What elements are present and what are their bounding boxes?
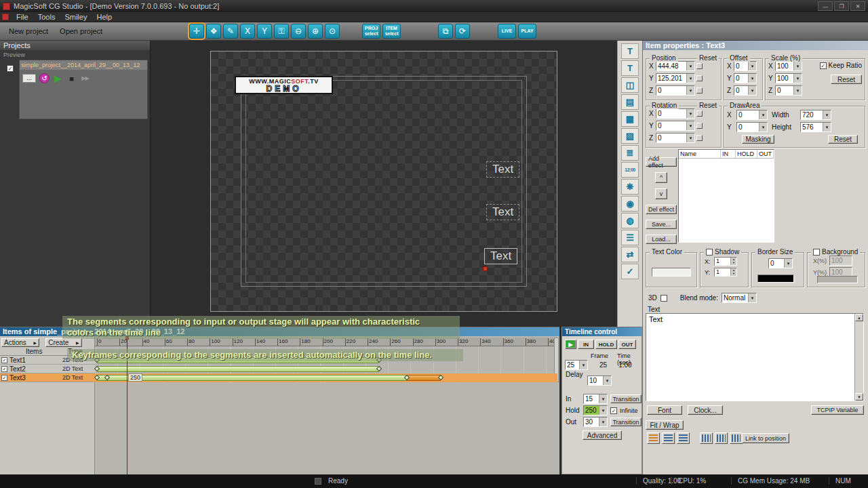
globe-tool-icon[interactable]: ◍	[621, 213, 639, 228]
row-checkbox[interactable]: ✓	[1, 357, 7, 363]
effect-up-button[interactable]: ^	[655, 172, 667, 183]
row-checkbox[interactable]: ✓	[1, 375, 7, 381]
rotation-reset-label[interactable]: Reset	[697, 102, 719, 109]
rotation-y-reset-button[interactable]	[696, 123, 703, 129]
delay-combo[interactable]: 10▼	[587, 375, 612, 386]
chevron-down-icon[interactable]: ▼	[823, 110, 831, 119]
rotation-x-reset-button[interactable]	[696, 110, 703, 117]
lock-icon[interactable]: ⚿	[274, 24, 289, 39]
text-color-swatch[interactable]	[652, 268, 691, 277]
chevron-down-icon[interactable]: ▼	[759, 123, 767, 131]
in-stage-button[interactable]: IN	[578, 340, 594, 349]
shadow-x-spinner[interactable]: 1▲▼	[714, 257, 737, 266]
offset-y-combo[interactable]: 0▼	[734, 73, 757, 83]
play-button[interactable]: PLAY	[518, 24, 536, 39]
zoom-in-icon[interactable]: ⊕	[308, 24, 323, 39]
zoom-out-icon[interactable]: ⊖	[291, 24, 306, 39]
selection-handle[interactable]	[483, 266, 488, 271]
effects-table[interactable]: NameINHOLDOUT	[678, 149, 774, 243]
picture-tool-icon[interactable]: ▨	[621, 128, 639, 144]
border-color-swatch[interactable]	[757, 274, 794, 283]
gear-tool-icon[interactable]: ❋	[621, 179, 639, 195]
blend-mode-combo[interactable]: Normal▼	[722, 293, 757, 303]
valign-middle-icon[interactable]	[715, 432, 728, 444]
text-effect-tool-icon[interactable]: T	[621, 60, 639, 76]
timeline-row-text2[interactable]: ✓Text22D Text	[0, 365, 95, 373]
link-to-position-button[interactable]: Link to position	[742, 433, 789, 443]
fps-combo[interactable]: 25▼	[565, 360, 588, 370]
chevron-down-icon[interactable]: ▼	[793, 86, 802, 95]
timeline-row-text3[interactable]: ✓Text32D Text	[0, 373, 95, 382]
image-tool-icon[interactable]: ▤	[621, 94, 639, 110]
halign-left-icon[interactable]	[647, 432, 660, 444]
3d-checkbox[interactable]	[660, 295, 667, 302]
scale-reset-button[interactable]: Reset	[831, 75, 862, 84]
y-axis-toggle[interactable]: Y	[257, 24, 272, 39]
project-thumbnail[interactable]: simple_project__2014_april_29__00_13_12 …	[19, 60, 148, 119]
chevron-down-icon[interactable]: ▼	[599, 406, 607, 415]
drawarea-y-combo[interactable]: 0▼	[736, 122, 768, 132]
position-reset-label[interactable]: Reset	[697, 54, 719, 62]
canvas-area[interactable]: WWW.MAGICSOFT.TV DEMO Text Text Text	[151, 41, 617, 327]
hold-frames-combo[interactable]: 250▼	[583, 405, 608, 415]
zoom-reset-icon[interactable]: ⊙	[325, 24, 340, 39]
background-checkbox[interactable]	[813, 249, 820, 256]
load-effect-button[interactable]: Load...	[646, 235, 677, 244]
position-x-reset-button[interactable]	[696, 63, 703, 69]
project-more-button[interactable]: ...	[22, 74, 36, 83]
check-tool-icon[interactable]: ✓	[621, 264, 639, 279]
text-content-editor[interactable]: Text ▲ ▼	[646, 313, 864, 401]
chevron-down-icon[interactable]: ▼	[686, 121, 694, 130]
position-x-combo[interactable]: 444.48▼	[656, 61, 695, 71]
valign-top-icon[interactable]	[700, 432, 713, 444]
clock-button[interactable]: Clock...	[688, 405, 723, 415]
canvas-text-item-1[interactable]: Text	[486, 161, 519, 178]
masking-button[interactable]: Masking	[742, 135, 774, 144]
halign-center-icon[interactable]	[662, 432, 675, 444]
chevron-down-icon[interactable]: ▼	[823, 123, 831, 131]
chevron-down-icon[interactable]: ▼	[599, 418, 607, 426]
offset-z-combo[interactable]: 0▼	[734, 85, 757, 96]
menu-item-tools[interactable]: Tools	[33, 12, 60, 22]
play-icon[interactable]: ▶	[53, 73, 63, 83]
rotation-y-combo[interactable]: 0▼	[656, 121, 695, 131]
output-monitor-icon[interactable]: ⧉	[438, 24, 453, 39]
timeline-segment-hold[interactable]	[97, 366, 379, 372]
minimize-button[interactable]: —	[818, 1, 833, 11]
actions-menu-button[interactable]: Actions ▶	[1, 338, 39, 347]
timeline-segment-hold[interactable]	[97, 375, 407, 381]
drawarea-x-combo[interactable]: 0▼	[736, 110, 768, 120]
move-tool-icon[interactable]: ✛	[189, 24, 204, 39]
canvas-text-item-3-selected[interactable]: Text	[484, 248, 517, 264]
shadow-y-spinner[interactable]: 1▲▼	[714, 268, 737, 277]
in-transition-button[interactable]: Transition	[610, 394, 642, 403]
background-color-swatch[interactable]	[817, 276, 858, 283]
chevron-down-icon[interactable]: ▼	[579, 361, 587, 369]
add-effect-button[interactable]: Add effect	[646, 157, 677, 167]
chevron-down-icon[interactable]: ▼	[748, 86, 756, 95]
save-effect-button[interactable]: Save...	[646, 220, 677, 229]
scale-y-combo[interactable]: 100▼	[775, 73, 802, 83]
chevron-down-icon[interactable]: ▼	[748, 62, 756, 70]
timeline-play-button[interactable]: ▶	[565, 340, 576, 349]
chevron-down-icon[interactable]: ▼	[686, 134, 694, 142]
chevron-down-icon[interactable]: ▼	[748, 74, 756, 83]
chevron-down-icon[interactable]: ▼	[686, 109, 694, 118]
project-checkbox[interactable]: ✓	[7, 65, 14, 72]
scroll-up-icon[interactable]: ▲	[855, 314, 863, 321]
out-transition-button[interactable]: Transition	[610, 418, 642, 426]
menu-item-file[interactable]: File	[12, 12, 33, 22]
timeline-segment-out[interactable]	[407, 375, 441, 381]
halign-right-icon[interactable]	[677, 432, 690, 444]
rotation-z-reset-button[interactable]	[696, 135, 703, 141]
item-select-button[interactable]: ITEM select	[382, 24, 401, 39]
drawarea-height-combo[interactable]: 576▼	[800, 122, 831, 132]
del-effect-button[interactable]: Del effect	[646, 205, 677, 214]
hold-stage-button[interactable]: HOLD	[595, 340, 617, 349]
out-stage-button[interactable]: OUT	[618, 340, 636, 349]
scroll-down-icon[interactable]: ▼	[855, 393, 863, 401]
position-z-reset-button[interactable]	[696, 87, 703, 94]
shadow-checkbox[interactable]	[706, 249, 713, 256]
canvas-text-item-2[interactable]: Text	[486, 204, 519, 220]
close-button[interactable]: ✕	[850, 1, 865, 11]
